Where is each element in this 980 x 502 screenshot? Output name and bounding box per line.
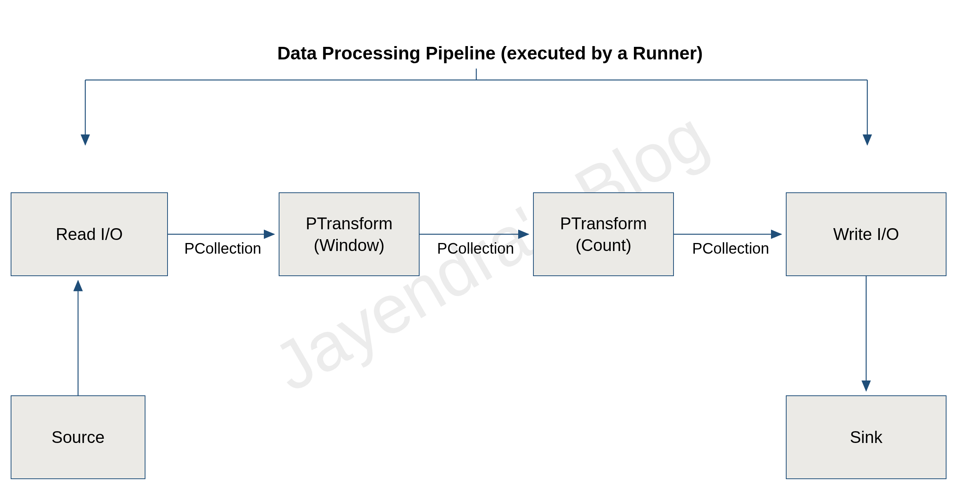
arrow-read-to-transform1 [168,229,279,240]
edge-label-pcollection-1: PCollection [184,240,261,257]
node-source: Source [11,395,145,479]
edge-label-pcollection-2: PCollection [437,240,514,257]
node-sink: Sink [786,395,946,479]
node-write-io-label: Write I/O [833,223,899,245]
node-ptransform-window-label: PTransform (Window) [306,213,393,256]
diagram-title: Data Processing Pipeline (executed by a … [277,43,703,64]
node-ptransform-window: PTransform (Window) [279,192,420,276]
edge-label-pcollection-3: PCollection [692,240,769,257]
arrow-source-to-read [72,276,84,395]
title-bracket [0,69,980,152]
node-source-label: Source [51,426,104,448]
node-ptransform-count-label: PTransform (Count) [560,213,647,256]
node-ptransform-window-label-line1: PTransform [306,214,393,233]
node-ptransform-count: PTransform (Count) [533,192,674,276]
arrow-transform2-to-write [674,229,786,240]
arrow-write-to-sink [860,276,872,395]
node-read-io: Read I/O [11,192,168,276]
node-ptransform-count-label-line1: PTransform [560,214,647,233]
node-sink-label: Sink [850,426,883,448]
node-ptransform-window-label-line2: (Window) [314,236,385,254]
arrow-transform1-to-transform2 [420,229,533,240]
node-read-io-label: Read I/O [56,223,123,245]
node-write-io: Write I/O [786,192,946,276]
node-ptransform-count-label-line2: (Count) [576,236,632,254]
